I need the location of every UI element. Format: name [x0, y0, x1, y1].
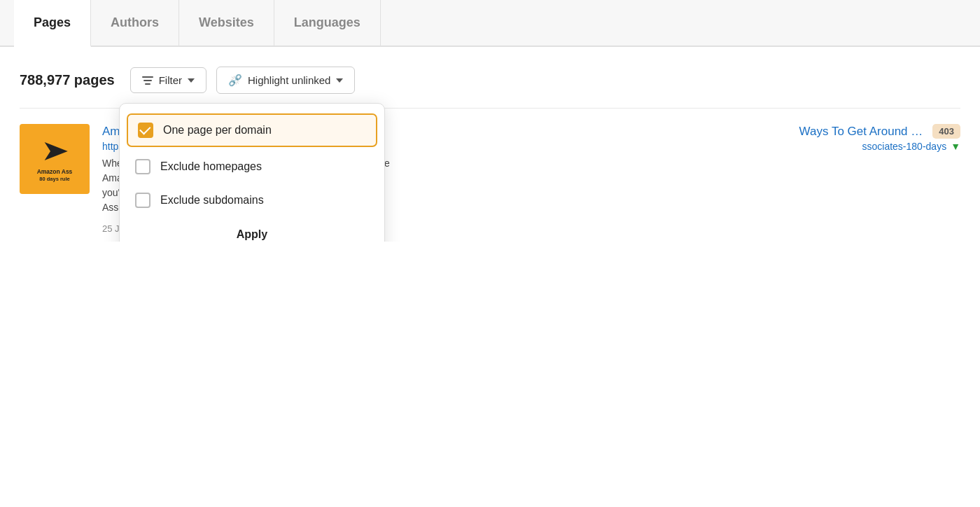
thumbnail-sub: 80 days rule: [39, 176, 69, 182]
tab-authors[interactable]: Authors: [91, 0, 179, 46]
green-dropdown-arrow-icon: ▼: [951, 141, 960, 152]
filter-option-label-1: One page per domain: [163, 124, 272, 137]
filter-option-exclude-homepages[interactable]: Exclude homepages: [120, 150, 384, 183]
page-count: 788,977 pages: [20, 72, 115, 88]
tab-pages[interactable]: Pages: [14, 0, 91, 47]
highlight-label: Highlight unlinked: [248, 74, 330, 86]
tab-websites-label: Websites: [199, 15, 254, 30]
chevron-down-icon: [188, 78, 195, 83]
result-url-link-right[interactable]: ssociates-180-days: [862, 141, 947, 152]
filter-option-label-2: Exclude homepages: [160, 160, 262, 173]
checkbox-exclude-subdomains[interactable]: [135, 193, 150, 208]
toolbar-row: 788,977 pages Filter ⛓‍💥 Highlight unlin…: [20, 67, 960, 94]
highlight-unlinked-button[interactable]: ⛓‍💥 Highlight unlinked: [216, 67, 355, 94]
main-content: 788,977 pages Filter ⛓‍💥 Highlight unlin…: [0, 47, 980, 242]
unlink-icon: ⛓‍💥: [228, 74, 242, 87]
filter-icon: [142, 76, 153, 85]
filter-label: Filter: [159, 74, 182, 86]
tab-authors-label: Authors: [111, 15, 159, 30]
checkbox-one-page-per-domain[interactable]: [138, 123, 153, 138]
filter-button[interactable]: Filter: [130, 67, 206, 93]
filter-option-exclude-subdomains[interactable]: Exclude subdomains: [120, 183, 384, 217]
filter-dropdown-popup: One page per domain Exclude homepages Ex…: [119, 103, 385, 242]
checkbox-exclude-homepages[interactable]: [135, 159, 150, 174]
result-title-link-right[interactable]: Ways To Get Around …: [799, 125, 923, 139]
tab-languages[interactable]: Languages: [274, 0, 381, 46]
badge-403: 403: [932, 124, 960, 139]
tabs-bar: Pages Authors Websites Languages: [0, 0, 980, 47]
tab-websites[interactable]: Websites: [179, 0, 274, 46]
filter-option-one-page-per-domain[interactable]: One page per domain: [127, 113, 377, 147]
filter-option-label-3: Exclude subdomains: [160, 194, 264, 207]
chevron-down-icon-2: [336, 78, 343, 83]
tab-pages-label: Pages: [34, 15, 71, 30]
apply-button[interactable]: Apply: [120, 221, 384, 242]
thumbnail-label: Amazon Ass: [37, 168, 73, 175]
result-thumbnail: ➤ Amazon Ass 80 days rule: [20, 124, 90, 194]
tab-languages-label: Languages: [294, 15, 360, 30]
thumbnail-arrow-icon: ➤: [42, 137, 67, 166]
